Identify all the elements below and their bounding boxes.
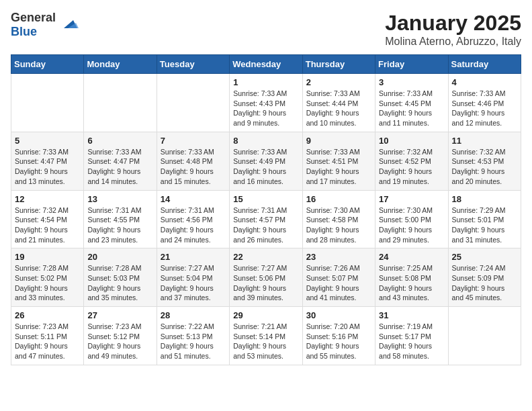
calendar-cell: 28Sunrise: 7:22 AM Sunset: 5:13 PM Dayli… (157, 307, 229, 365)
day-info: Sunrise: 7:19 AM Sunset: 5:17 PM Dayligh… (379, 322, 444, 361)
calendar-week-4: 19Sunrise: 7:28 AM Sunset: 5:02 PM Dayli… (11, 248, 521, 307)
col-header-thursday: Thursday (302, 55, 375, 74)
day-info: Sunrise: 7:28 AM Sunset: 5:03 PM Dayligh… (87, 263, 152, 303)
calendar-cell: 14Sunrise: 7:31 AM Sunset: 4:56 PM Dayli… (157, 190, 229, 248)
day-info: Sunrise: 7:23 AM Sunset: 5:11 PM Dayligh… (15, 322, 80, 361)
calendar-cell: 15Sunrise: 7:31 AM Sunset: 4:57 PM Dayli… (230, 190, 302, 248)
day-number: 25 (452, 252, 517, 262)
col-header-saturday: Saturday (448, 55, 521, 74)
day-info: Sunrise: 7:33 AM Sunset: 4:45 PM Dayligh… (379, 89, 444, 128)
day-info: Sunrise: 7:33 AM Sunset: 4:51 PM Dayligh… (306, 147, 371, 187)
day-info: Sunrise: 7:30 AM Sunset: 4:58 PM Dayligh… (306, 205, 371, 245)
calendar-cell: 1Sunrise: 7:33 AM Sunset: 4:43 PM Daylig… (230, 74, 302, 132)
day-number: 1 (233, 77, 298, 87)
day-number: 8 (233, 136, 298, 146)
day-info: Sunrise: 7:31 AM Sunset: 4:56 PM Dayligh… (161, 205, 226, 245)
calendar-cell: 4Sunrise: 7:33 AM Sunset: 4:46 PM Daylig… (448, 74, 521, 132)
day-number: 5 (15, 136, 80, 146)
calendar-cell: 8Sunrise: 7:33 AM Sunset: 4:49 PM Daylig… (230, 132, 302, 190)
calendar-cell: 9Sunrise: 7:33 AM Sunset: 4:51 PM Daylig… (302, 132, 375, 190)
calendar-cell: 5Sunrise: 7:33 AM Sunset: 4:47 PM Daylig… (11, 132, 84, 190)
calendar-cell: 6Sunrise: 7:33 AM Sunset: 4:47 PM Daylig… (84, 132, 157, 190)
day-info: Sunrise: 7:24 AM Sunset: 5:09 PM Dayligh… (452, 263, 517, 303)
logo: General Blue (11, 11, 79, 39)
calendar-table: SundayMondayTuesdayWednesdayThursdayFrid… (11, 54, 521, 365)
calendar-cell: 13Sunrise: 7:31 AM Sunset: 4:55 PM Dayli… (84, 190, 157, 248)
day-number: 31 (379, 310, 444, 320)
calendar-cell: 21Sunrise: 7:27 AM Sunset: 5:04 PM Dayli… (157, 248, 229, 307)
day-number: 10 (379, 136, 444, 146)
day-info: Sunrise: 7:33 AM Sunset: 4:49 PM Dayligh… (233, 147, 298, 187)
day-number: 28 (161, 310, 226, 320)
calendar-cell: 24Sunrise: 7:25 AM Sunset: 5:08 PM Dayli… (375, 248, 448, 307)
day-number: 27 (87, 310, 152, 320)
day-info: Sunrise: 7:26 AM Sunset: 5:07 PM Dayligh… (306, 263, 371, 303)
day-number: 2 (306, 77, 371, 87)
day-number: 30 (306, 310, 371, 320)
day-info: Sunrise: 7:27 AM Sunset: 5:04 PM Dayligh… (161, 263, 226, 303)
logo-icon (58, 13, 79, 34)
month-title: January 2025 (385, 11, 521, 36)
day-number: 12 (15, 194, 80, 204)
calendar-cell: 27Sunrise: 7:23 AM Sunset: 5:12 PM Dayli… (84, 307, 157, 365)
logo-text: General Blue (11, 11, 79, 39)
day-number: 29 (233, 310, 298, 320)
day-info: Sunrise: 7:32 AM Sunset: 4:53 PM Dayligh… (452, 147, 517, 187)
calendar-cell: 20Sunrise: 7:28 AM Sunset: 5:03 PM Dayli… (84, 248, 157, 307)
calendar-header-row: SundayMondayTuesdayWednesdayThursdayFrid… (11, 55, 521, 74)
logo-blue: Blue (11, 25, 56, 39)
logo-general: General (11, 11, 56, 25)
day-number: 21 (161, 252, 226, 262)
day-info: Sunrise: 7:29 AM Sunset: 5:01 PM Dayligh… (452, 205, 517, 245)
day-info: Sunrise: 7:23 AM Sunset: 5:12 PM Dayligh… (87, 322, 152, 361)
day-number: 9 (306, 136, 371, 146)
day-number: 14 (161, 194, 226, 204)
calendar-cell: 7Sunrise: 7:33 AM Sunset: 4:48 PM Daylig… (157, 132, 229, 190)
day-info: Sunrise: 7:27 AM Sunset: 5:06 PM Dayligh… (233, 263, 298, 303)
col-header-monday: Monday (84, 55, 157, 74)
calendar-cell: 11Sunrise: 7:32 AM Sunset: 4:53 PM Dayli… (448, 132, 521, 190)
calendar-cell: 3Sunrise: 7:33 AM Sunset: 4:45 PM Daylig… (375, 74, 448, 132)
day-number: 6 (87, 136, 152, 146)
day-info: Sunrise: 7:20 AM Sunset: 5:16 PM Dayligh… (306, 322, 371, 361)
page-header: General Blue January 2025 Molina Aterno,… (11, 11, 521, 48)
day-number: 15 (233, 194, 298, 204)
calendar-cell: 23Sunrise: 7:26 AM Sunset: 5:07 PM Dayli… (302, 248, 375, 307)
col-header-friday: Friday (375, 55, 448, 74)
day-number: 17 (379, 194, 444, 204)
day-number: 19 (15, 252, 80, 262)
calendar-week-2: 5Sunrise: 7:33 AM Sunset: 4:47 PM Daylig… (11, 132, 521, 190)
location-title: Molina Aterno, Abruzzo, Italy (385, 36, 521, 48)
calendar-cell: 25Sunrise: 7:24 AM Sunset: 5:09 PM Dayli… (448, 248, 521, 307)
calendar-cell: 26Sunrise: 7:23 AM Sunset: 5:11 PM Dayli… (11, 307, 84, 365)
col-header-tuesday: Tuesday (157, 55, 229, 74)
calendar-cell: 22Sunrise: 7:27 AM Sunset: 5:06 PM Dayli… (230, 248, 302, 307)
calendar-week-3: 12Sunrise: 7:32 AM Sunset: 4:54 PM Dayli… (11, 190, 521, 248)
day-info: Sunrise: 7:31 AM Sunset: 4:55 PM Dayligh… (87, 205, 152, 245)
calendar-cell: 12Sunrise: 7:32 AM Sunset: 4:54 PM Dayli… (11, 190, 84, 248)
day-number: 20 (87, 252, 152, 262)
day-number: 3 (379, 77, 444, 87)
day-info: Sunrise: 7:30 AM Sunset: 5:00 PM Dayligh… (379, 205, 444, 245)
day-number: 22 (233, 252, 298, 262)
day-info: Sunrise: 7:33 AM Sunset: 4:43 PM Dayligh… (233, 89, 298, 128)
calendar-cell: 29Sunrise: 7:21 AM Sunset: 5:14 PM Dayli… (230, 307, 302, 365)
col-header-sunday: Sunday (11, 55, 84, 74)
title-block: January 2025 Molina Aterno, Abruzzo, Ita… (385, 11, 521, 48)
day-info: Sunrise: 7:22 AM Sunset: 5:13 PM Dayligh… (161, 322, 226, 361)
day-number: 7 (161, 136, 226, 146)
calendar-cell (448, 307, 521, 365)
day-number: 11 (452, 136, 517, 146)
calendar-cell: 18Sunrise: 7:29 AM Sunset: 5:01 PM Dayli… (448, 190, 521, 248)
day-info: Sunrise: 7:32 AM Sunset: 4:54 PM Dayligh… (15, 205, 80, 245)
day-info: Sunrise: 7:33 AM Sunset: 4:44 PM Dayligh… (306, 89, 371, 128)
day-info: Sunrise: 7:25 AM Sunset: 5:08 PM Dayligh… (379, 263, 444, 303)
day-number: 18 (452, 194, 517, 204)
calendar-cell: 16Sunrise: 7:30 AM Sunset: 4:58 PM Dayli… (302, 190, 375, 248)
col-header-wednesday: Wednesday (230, 55, 302, 74)
day-number: 23 (306, 252, 371, 262)
calendar-cell (157, 74, 229, 132)
calendar-cell (84, 74, 157, 132)
day-number: 4 (452, 77, 517, 87)
day-info: Sunrise: 7:33 AM Sunset: 4:48 PM Dayligh… (161, 147, 226, 187)
